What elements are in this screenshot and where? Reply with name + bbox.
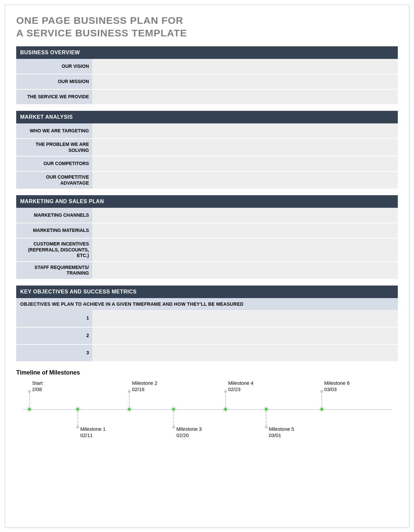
- row-value[interactable]: [92, 139, 398, 156]
- section-header: KEY OBJECTIVES AND SUCCESS METRICS: [16, 286, 398, 298]
- connector-line: [321, 393, 322, 407]
- marketing-sales-section: MARKETING AND SALES PLAN MARKETING CHANN…: [16, 195, 398, 280]
- row-label: WHO WE ARE TARGETING: [16, 123, 92, 139]
- table-row: MARKETING MATERIALS: [16, 223, 398, 238]
- connector-end-dot-icon: [28, 390, 31, 393]
- connector-line: [129, 393, 130, 407]
- row-label: STAFF REQUIREMENTS/ TRAINING: [16, 262, 92, 279]
- milestone-label: Milestone 302/20: [176, 426, 202, 439]
- table-row: WHO WE ARE TARGETING: [16, 123, 398, 139]
- table-row: CUSTOMER INCENTIVES (REFERRALS, DISCOUNT…: [16, 238, 398, 262]
- row-value[interactable]: [92, 89, 398, 105]
- milestone-label: Milestone 402/23: [228, 380, 254, 393]
- milestone-name: Milestone 5: [269, 426, 294, 432]
- row-label: OUR COMPETITORS: [16, 156, 92, 171]
- connector-line: [225, 393, 226, 407]
- table-row: 1: [16, 310, 398, 327]
- row-value[interactable]: [92, 262, 398, 279]
- row-label: MARKETING MATERIALS: [16, 223, 92, 238]
- milestone-dot-icon: [27, 407, 31, 411]
- milestone-dot-icon: [264, 407, 268, 411]
- market-analysis-section: MARKET ANALYSIS WHO WE ARE TARGETING THE…: [16, 111, 398, 189]
- row-label: 3: [16, 344, 92, 362]
- table-row: THE PROBLEM WE ARE SOLVING: [16, 139, 398, 156]
- section-header: MARKETING AND SALES PLAN: [16, 195, 398, 208]
- timeline-point: Milestone 402/23: [224, 407, 228, 411]
- document-page: ONE PAGE BUSINESS PLAN FOR A SERVICE BUS…: [5, 5, 409, 527]
- row-label: MARKETING CHANNELS: [16, 208, 92, 223]
- connector-end-dot-icon: [224, 390, 227, 393]
- row-value[interactable]: [92, 344, 398, 362]
- page-title: ONE PAGE BUSINESS PLAN FOR A SERVICE BUS…: [16, 14, 398, 39]
- title-line-2: A SERVICE BUSINESS TEMPLATE: [16, 27, 187, 38]
- milestone-dot-icon: [127, 407, 131, 411]
- connector-end-dot-icon: [76, 426, 79, 428]
- row-value[interactable]: [92, 238, 398, 262]
- milestone-name: Milestone 6: [324, 380, 350, 386]
- connector-end-dot-icon: [172, 426, 175, 428]
- row-label: THE PROBLEM WE ARE SOLVING: [16, 139, 92, 156]
- milestone-date: 2/08: [32, 386, 43, 393]
- milestone-label: Milestone 202/16: [132, 380, 157, 393]
- row-value[interactable]: [92, 223, 398, 238]
- connector-line: [173, 411, 174, 426]
- row-value[interactable]: [92, 208, 398, 223]
- row-value[interactable]: [92, 123, 398, 139]
- table-row: 2: [16, 327, 398, 344]
- connector-end-dot-icon: [320, 390, 323, 393]
- table-row: THE SERVICE WE PROVIDE: [16, 89, 398, 105]
- section-subheader: OBJECTIVES WE PLAN TO ACHIEVE IN A GIVEN…: [16, 298, 398, 310]
- timeline-title: Timeline of Milestones: [16, 369, 398, 376]
- connector-line: [266, 411, 267, 426]
- section-header: BUSINESS OVERVIEW: [16, 46, 398, 59]
- connector-line: [29, 393, 30, 407]
- timeline-point: Milestone 102/11: [76, 407, 80, 411]
- row-label: OUR MISSION: [16, 74, 92, 89]
- table-row: OUR COMPETITIVE ADVANTAGE: [16, 171, 398, 189]
- milestone-date: 02/23: [228, 386, 254, 393]
- row-value[interactable]: [92, 74, 398, 89]
- connector-end-dot-icon: [128, 390, 131, 393]
- milestone-date: 02/20: [176, 432, 202, 439]
- milestone-name: Start: [32, 380, 43, 386]
- key-objectives-section: KEY OBJECTIVES AND SUCCESS METRICS OBJEC…: [16, 286, 398, 362]
- timeline-point: Milestone 503/01: [264, 407, 268, 411]
- row-value[interactable]: [92, 59, 398, 74]
- milestone-label: Milestone 102/11: [80, 426, 106, 439]
- connector-end-dot-icon: [265, 426, 268, 428]
- milestone-name: Milestone 3: [176, 426, 202, 432]
- milestone-date: 02/16: [132, 386, 157, 393]
- row-label: 2: [16, 327, 92, 344]
- connector-line: [77, 411, 78, 426]
- milestone-label: Milestone 503/01: [269, 426, 294, 439]
- table-row: STAFF REQUIREMENTS/ TRAINING: [16, 262, 398, 279]
- row-value[interactable]: [92, 171, 398, 189]
- milestone-dot-icon: [172, 407, 176, 411]
- table-row: OUR VISION: [16, 59, 398, 74]
- business-overview-section: BUSINESS OVERVIEW OUR VISION OUR MISSION…: [16, 46, 398, 105]
- row-label: OUR COMPETITIVE ADVANTAGE: [16, 171, 92, 189]
- milestone-name: Milestone 4: [228, 380, 254, 386]
- section-header: MARKET ANALYSIS: [16, 111, 398, 123]
- table-row: 3: [16, 344, 398, 362]
- milestone-date: 03/01: [269, 432, 294, 439]
- table-row: OUR COMPETITORS: [16, 156, 398, 171]
- milestone-name: Milestone 1: [80, 426, 106, 432]
- milestone-dot-icon: [224, 407, 228, 411]
- row-value[interactable]: [92, 310, 398, 327]
- row-label: OUR VISION: [16, 59, 92, 74]
- table-row: MARKETING CHANNELS: [16, 208, 398, 223]
- row-value[interactable]: [92, 156, 398, 171]
- row-label: 1: [16, 310, 92, 327]
- title-line-1: ONE PAGE BUSINESS PLAN FOR: [16, 15, 184, 26]
- row-label: CUSTOMER INCENTIVES (REFERRALS, DISCOUNT…: [16, 238, 92, 262]
- timeline: Start2/08Milestone 102/11Milestone 202/1…: [16, 379, 398, 442]
- milestone-date: 03/03: [324, 386, 350, 393]
- milestone-label: Milestone 603/03: [324, 380, 350, 393]
- timeline-point: Start2/08: [27, 407, 31, 411]
- timeline-point: Milestone 302/20: [172, 407, 176, 411]
- row-value[interactable]: [92, 327, 398, 344]
- milestone-label: Start2/08: [32, 380, 43, 393]
- milestone-name: Milestone 2: [132, 380, 157, 386]
- milestone-dot-icon: [320, 407, 324, 411]
